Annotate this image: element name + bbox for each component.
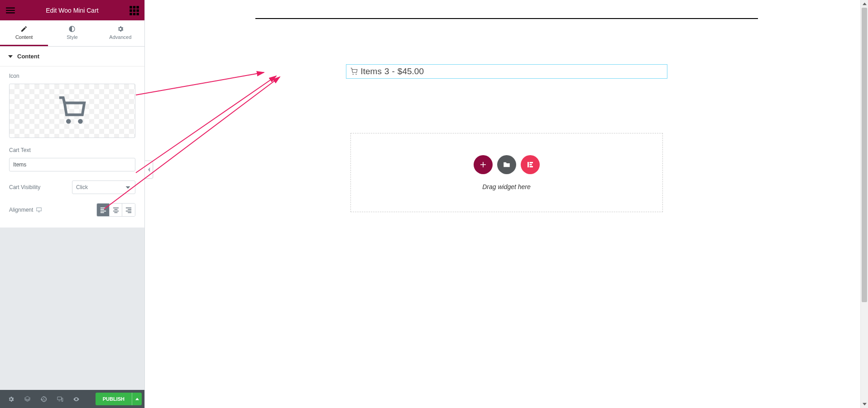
svg-point-3 <box>355 74 356 75</box>
publish-button[interactable]: PUBLISH <box>96 393 132 405</box>
cart-count: 3 <box>384 66 389 76</box>
template-library-button[interactable] <box>497 155 516 174</box>
icon-label: Icon <box>9 73 135 79</box>
panel-footer: PUBLISH <box>0 390 144 408</box>
pencil-icon <box>20 25 28 33</box>
cart-text: Items <box>361 66 382 76</box>
cart-visibility-label: Cart Visibility <box>9 184 40 190</box>
tab-style-label: Style <box>67 34 77 40</box>
grid-icon <box>128 5 140 16</box>
cart-total: $45.00 <box>398 66 424 76</box>
folder-icon <box>503 161 511 169</box>
mini-cart-widget[interactable]: Items 3 - $45.00 <box>346 64 667 79</box>
field-cart-text: Cart Text <box>9 147 135 171</box>
panel-body: Content Icon Cart Text Cart Visibil <box>0 47 144 390</box>
plus-icon <box>479 161 487 169</box>
scroll-down-button[interactable] <box>861 400 868 408</box>
align-right-icon <box>125 207 132 213</box>
navigator-button[interactable] <box>19 390 35 408</box>
dropzone-text: Drag widget here <box>482 183 531 190</box>
scroll-track[interactable] <box>861 8 868 400</box>
panel-title: Edit Woo Mini Cart <box>16 7 128 14</box>
divider-widget[interactable] <box>255 18 758 19</box>
panel-header: Edit Woo Mini Cart <box>0 0 144 20</box>
desktop-icon[interactable] <box>36 207 42 213</box>
eye-icon <box>73 396 80 403</box>
publish-options-button[interactable] <box>132 393 142 405</box>
preview-button[interactable] <box>68 390 84 408</box>
history-icon <box>40 396 47 403</box>
responsive-icon <box>57 396 63 403</box>
widgets-grid-button[interactable] <box>128 5 140 16</box>
layers-icon <box>24 396 31 403</box>
tab-style[interactable]: Style <box>48 20 96 46</box>
field-icon: Icon <box>9 73 135 138</box>
scroll-up-button[interactable] <box>861 0 868 8</box>
responsive-button[interactable] <box>52 390 68 408</box>
alignment-label: Alignment <box>9 207 33 213</box>
caret-up-icon <box>135 397 139 401</box>
align-center-button[interactable] <box>110 204 122 216</box>
contrast-icon <box>68 25 76 33</box>
scroll-thumb[interactable] <box>862 8 867 302</box>
svg-point-2 <box>352 74 353 75</box>
cart-icon <box>350 67 358 76</box>
section-content-toggle[interactable]: Content <box>0 47 144 66</box>
icon-picker[interactable] <box>9 84 135 138</box>
history-button[interactable] <box>35 390 52 408</box>
tab-advanced-label: Advanced <box>109 34 131 40</box>
settings-button[interactable] <box>3 390 19 408</box>
elementskit-button[interactable] <box>521 155 540 174</box>
cart-separator: - <box>392 66 395 76</box>
gear-icon <box>117 25 124 33</box>
cart-text-label: Cart Text <box>9 147 135 153</box>
field-alignment: Alignment <box>9 203 135 217</box>
align-right-button[interactable] <box>122 204 135 216</box>
svg-point-0 <box>66 119 71 124</box>
elementskit-icon <box>526 161 534 169</box>
tab-content-label: Content <box>15 34 33 40</box>
cart-visibility-select[interactable]: Click <box>72 180 135 194</box>
caret-up-icon <box>863 2 867 6</box>
add-section-button[interactable] <box>474 155 493 174</box>
editor-canvas[interactable]: Items 3 - $45.00 Drag widget here <box>145 0 868 408</box>
menu-button[interactable] <box>5 5 16 16</box>
align-center-icon <box>113 207 119 213</box>
caret-down-icon <box>8 54 13 59</box>
section-content: Content Icon Cart Text Cart Visibil <box>0 47 144 228</box>
align-left-icon <box>100 207 106 213</box>
svg-point-1 <box>78 119 83 124</box>
hamburger-icon <box>5 5 16 16</box>
field-cart-visibility: Cart Visibility Click <box>9 180 135 194</box>
widget-dropzone[interactable]: Drag widget here <box>350 133 663 212</box>
panel-tabs: Content Style Advanced <box>0 20 144 47</box>
tab-content[interactable]: Content <box>0 20 48 46</box>
caret-down-icon <box>863 402 867 406</box>
section-content-title: Content <box>17 53 39 60</box>
edit-panel: Edit Woo Mini Cart Content Style Advance… <box>0 0 145 408</box>
cart-icon <box>57 95 88 127</box>
gear-icon <box>8 396 14 403</box>
cart-text-input[interactable] <box>9 158 135 171</box>
canvas-scrollbar[interactable] <box>860 0 868 408</box>
tab-advanced[interactable]: Advanced <box>96 20 144 46</box>
align-left-button[interactable] <box>97 204 110 216</box>
alignment-buttons <box>96 203 135 217</box>
